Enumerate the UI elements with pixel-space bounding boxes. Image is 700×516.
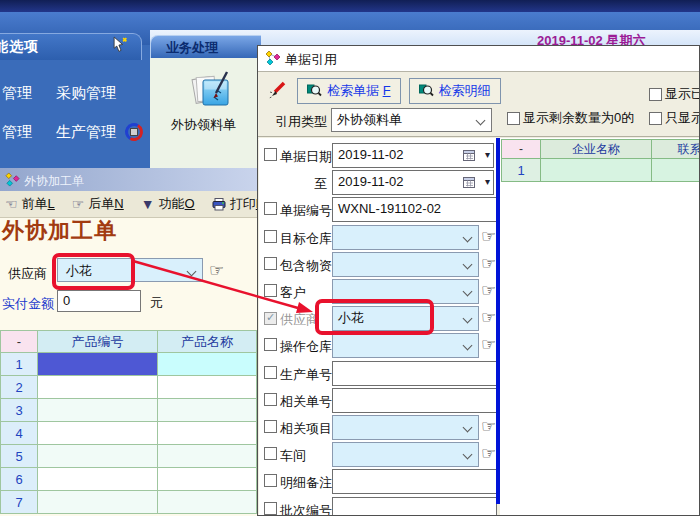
next-order-button[interactable]: ☞后单N — [72, 195, 124, 213]
blue-splitter[interactable] — [496, 138, 500, 504]
result-column-header-2[interactable]: 联系 — [652, 139, 700, 159]
dialog-titlebar[interactable]: 单据引用 — [258, 46, 699, 72]
checkbox-prod-order-no[interactable] — [264, 366, 277, 379]
row-number[interactable]: 7 — [0, 491, 38, 514]
field-select-workshop[interactable] — [332, 442, 479, 467]
search-detail-button[interactable]: 检索明细 — [409, 78, 501, 104]
work-window-titlebar[interactable]: 外协加工单 — [0, 168, 257, 191]
result-column-header-1[interactable]: 企业名称 — [541, 139, 652, 159]
checkbox-doc-date[interactable] — [264, 148, 277, 161]
ref-type-value: 外协领料单 — [332, 109, 491, 131]
checkbox-op-warehouse[interactable] — [264, 338, 277, 351]
row-number[interactable]: 6 — [0, 468, 38, 491]
checkbox-workshop[interactable] — [264, 447, 277, 460]
supplier-select[interactable]: 小花 — [57, 258, 203, 282]
cell-product-code[interactable] — [38, 353, 158, 376]
checkbox-batch-no[interactable] — [264, 502, 277, 515]
field-input-detail-note[interactable] — [332, 469, 497, 494]
dialog-button-row: 检索单据 F检索明细 — [297, 78, 501, 104]
search-orders-button[interactable]: 检索单据 F — [297, 78, 401, 104]
field-select-op-warehouse[interactable] — [332, 333, 479, 358]
field-date-to-date[interactable]: 2019-11-02▾ — [332, 170, 494, 195]
hand-picker-icon[interactable]: ☞ — [481, 418, 496, 435]
prev-order-button[interactable]: ☜前单L — [5, 195, 55, 213]
cell-product-name[interactable] — [158, 468, 257, 491]
hand-picker-icon[interactable]: ☞ — [209, 260, 224, 281]
field-input-doc-no[interactable]: WXNL-191102-02 — [332, 197, 497, 222]
cell-product-code[interactable] — [38, 445, 158, 468]
hand-picker-icon[interactable]: ☞ — [481, 445, 496, 462]
result-table: -企业名称联系1 — [501, 139, 700, 182]
shortcut-label[interactable]: 外协领料单 — [150, 116, 257, 134]
cell-product-code[interactable] — [38, 399, 158, 422]
hand-picker-icon[interactable]: ☞ — [481, 336, 496, 353]
field-label: 相关单号 — [280, 393, 332, 411]
field-input-related-no[interactable] — [332, 388, 497, 413]
result-table-row: 1 — [501, 159, 700, 182]
tab-business-processing[interactable]: 业务处理 — [150, 35, 261, 59]
field-input-batch-no[interactable] — [332, 497, 497, 516]
cell-product-name[interactable] — [158, 422, 257, 445]
menu-item-1-1[interactable]: 生产管理 — [56, 123, 116, 142]
result-row-number[interactable]: 1 — [501, 159, 541, 182]
field-select-include-material[interactable] — [332, 252, 479, 277]
checkbox-related-no[interactable] — [264, 393, 277, 406]
field-date-doc-date[interactable]: 2019-11-02▾ — [332, 143, 494, 168]
document-reference-dialog: 单据引用 检索单据 F检索明细 显示已 引用类型 外协领料单 显示剩余数量为0的… — [257, 45, 700, 516]
cell-product-name[interactable] — [158, 399, 257, 422]
result-cell[interactable] — [541, 159, 652, 182]
column-header-2[interactable]: 产品名称 — [158, 331, 257, 353]
column-header-1[interactable]: 产品编号 — [38, 331, 158, 353]
hand-picker-icon[interactable]: ☞ — [481, 282, 496, 299]
checkbox-supplier[interactable] — [264, 312, 277, 325]
result-cell[interactable] — [652, 159, 700, 182]
checkbox-include-material[interactable] — [264, 257, 277, 270]
row-number[interactable]: 3 — [0, 399, 38, 422]
paid-amount-input[interactable]: 0 — [57, 290, 141, 312]
checkbox-customer[interactable] — [264, 284, 277, 297]
ref-type-select[interactable]: 外协领料单 — [331, 108, 492, 132]
hand-picker-icon[interactable]: ☞ — [481, 228, 496, 245]
checkbox[interactable] — [649, 88, 662, 101]
form-row-batch-no: 批次编号 — [259, 497, 497, 516]
result-column-header-0[interactable]: - — [501, 139, 541, 159]
field-select-supplier[interactable]: 小花 — [332, 306, 479, 331]
cell-product-name[interactable] — [158, 353, 257, 376]
red-pen-icon[interactable] — [268, 79, 288, 103]
cell-product-code[interactable] — [38, 422, 158, 445]
cell-product-code[interactable] — [38, 376, 158, 399]
checkbox-doc-no[interactable] — [264, 202, 277, 215]
column-header-0[interactable]: - — [0, 331, 38, 353]
cell-product-name[interactable] — [158, 376, 257, 399]
functions-button[interactable]: ▼功能O — [141, 195, 195, 213]
field-select-customer[interactable] — [332, 279, 479, 304]
cell-product-name[interactable] — [158, 491, 257, 514]
hand-picker-icon[interactable]: ☞ — [481, 255, 496, 272]
hand-picker-icon[interactable]: ☞ — [481, 309, 496, 326]
row-number[interactable]: 5 — [0, 445, 38, 468]
ref-type-label: 引用类型 — [275, 113, 327, 131]
cell-product-code[interactable] — [38, 491, 158, 514]
dialog-diamonds-icon — [265, 50, 281, 70]
checkbox-detail-note[interactable] — [264, 474, 277, 487]
menu-item-0-1[interactable]: 采购管理 — [56, 84, 116, 103]
product-table-row: 4 — [0, 422, 257, 445]
row-number[interactable]: 4 — [0, 422, 38, 445]
row-number[interactable]: 2 — [0, 376, 38, 399]
field-input-prod-order-no[interactable] — [332, 361, 497, 386]
field-select-target-warehouse[interactable] — [332, 225, 479, 250]
cell-product-name[interactable] — [158, 445, 257, 468]
checkbox[interactable] — [649, 112, 662, 125]
checkbox-show-zero[interactable]: 显示剩余数量为0的 — [507, 109, 634, 127]
menu-item-1-0[interactable]: 管理 — [2, 123, 48, 142]
checkbox[interactable] — [507, 112, 520, 125]
menu-item-0-0[interactable]: 管理 — [2, 84, 48, 103]
checkbox-target-warehouse[interactable] — [264, 230, 277, 243]
outsource-requisition-icon[interactable] — [190, 70, 234, 120]
field-select-related-project[interactable] — [332, 415, 479, 440]
cell-product-code[interactable] — [38, 468, 158, 491]
checkbox-related-project[interactable] — [264, 420, 277, 433]
row-number[interactable]: 1 — [0, 353, 38, 376]
checkbox-only-show[interactable]: 只显示 — [649, 109, 700, 127]
checkbox-show-used[interactable]: 显示已 — [649, 85, 700, 103]
